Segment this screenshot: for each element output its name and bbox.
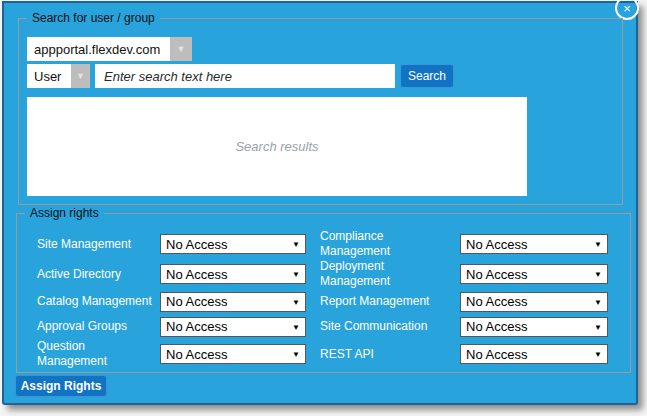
select-wrap-approval-groups: No Access [160, 317, 306, 337]
select-rest-api[interactable]: No Access [460, 344, 608, 364]
search-group-box: Search for user / group appportal.flexde… [18, 18, 623, 205]
label-question-management: Question Management [37, 339, 123, 369]
search-input[interactable] [95, 64, 395, 88]
label-rest-api: REST API [306, 347, 460, 362]
label-compliance-management: Compliance Management [306, 229, 460, 259]
select-report-management[interactable]: No Access [460, 292, 608, 312]
chevron-down-icon[interactable]: ▼ [71, 64, 90, 88]
select-wrap-site-management: No Access [160, 234, 306, 254]
select-wrap-site-communication: No Access [460, 317, 608, 337]
select-approval-groups[interactable]: No Access [160, 317, 306, 337]
select-question-management[interactable]: No Access [160, 344, 306, 364]
label-approval-groups: Approval Groups [37, 319, 160, 334]
select-wrap-catalog-management: No Access [160, 292, 306, 312]
select-active-directory[interactable]: No Access [160, 264, 306, 284]
page-background: × Search for user / group appportal.flex… [0, 0, 647, 416]
search-type-combobox[interactable]: User ▼ [27, 64, 90, 88]
label-catalog-management: Catalog Management [37, 294, 160, 309]
label-active-directory: Active Directory [37, 267, 160, 282]
close-icon: × [623, 1, 631, 16]
search-type-combobox-value: User [27, 64, 71, 88]
label-deployment-management: Deployment Management [306, 259, 460, 289]
assign-rights-dialog: × Search for user / group appportal.flex… [2, 1, 638, 405]
label-site-management: Site Management [37, 237, 160, 252]
select-wrap-deployment-management: No Access [460, 264, 608, 284]
select-site-management[interactable]: No Access [160, 234, 306, 254]
chevron-down-icon[interactable]: ▼ [170, 37, 192, 61]
rights-grid: Site Management No Access Compliance Man… [37, 229, 608, 369]
assign-rights-button[interactable]: Assign Rights [15, 375, 107, 397]
search-group-title: Search for user / group [27, 11, 160, 25]
select-wrap-question-management: No Access [160, 344, 306, 364]
label-report-management: Report Management [306, 294, 460, 309]
select-wrap-compliance-management: No Access [460, 234, 608, 254]
assign-rights-group-box: Assign rights Site Management No Access … [16, 213, 631, 373]
select-wrap-active-directory: No Access [160, 264, 306, 284]
assign-rights-group-title: Assign rights [25, 206, 104, 220]
close-button[interactable]: × [615, 0, 639, 20]
domain-combobox-value: appportal.flexdev.com [27, 37, 170, 61]
select-deployment-management[interactable]: No Access [460, 264, 608, 284]
search-results-panel: Search results [27, 97, 527, 196]
select-catalog-management[interactable]: No Access [160, 292, 306, 312]
search-button[interactable]: Search [400, 64, 454, 88]
label-site-communication: Site Communication [306, 319, 460, 334]
select-wrap-report-management: No Access [460, 292, 608, 312]
search-results-placeholder: Search results [235, 139, 318, 154]
domain-combobox[interactable]: appportal.flexdev.com ▼ [27, 37, 192, 61]
select-site-communication[interactable]: No Access [460, 317, 608, 337]
select-wrap-rest-api: No Access [460, 344, 608, 364]
select-compliance-management[interactable]: No Access [460, 234, 608, 254]
